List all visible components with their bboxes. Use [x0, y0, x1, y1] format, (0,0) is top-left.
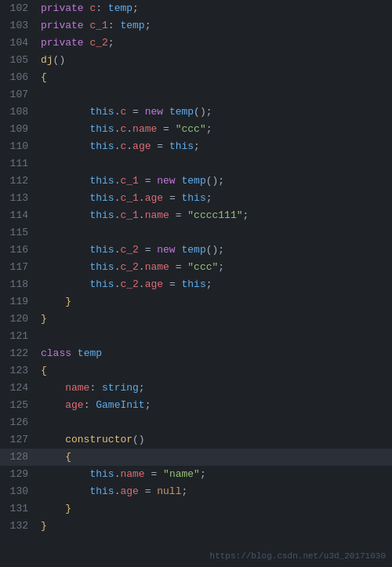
line-content-110: this.c.age = this;: [38, 138, 392, 155]
line-content-109: this.c.name = "ccc";: [38, 121, 392, 138]
code-line-103: 103 private c_1: temp;: [0, 17, 392, 35]
line-content-102: private c: temp;: [38, 0, 392, 17]
code-line-126: 126: [0, 414, 392, 431]
line-content-117: this.c_2.name = "ccc";: [38, 259, 392, 276]
code-line-120: 120 }: [0, 311, 392, 328]
line-content-103: private c_1: temp;: [38, 17, 392, 35]
code-line-108: 108 this.c = new temp();: [0, 104, 392, 121]
line-content-114: this.c_1.name = "cccc111";: [38, 207, 392, 224]
line-num-108: 108: [0, 104, 38, 121]
line-num-115: 115: [0, 224, 38, 242]
line-num-110: 110: [0, 138, 38, 155]
line-num-109: 109: [0, 121, 38, 138]
line-content-111: [38, 155, 392, 173]
code-line-127: 127 constructor(): [0, 431, 392, 449]
code-line-128: 128 {: [0, 449, 392, 466]
line-num-112: 112: [0, 173, 38, 190]
line-content-127: constructor(): [38, 431, 392, 449]
code-line-118: 118 this.c_2.age = this;: [0, 276, 392, 293]
line-num-113: 113: [0, 190, 38, 207]
line-content-131: }: [38, 500, 392, 518]
line-content-122: class temp: [38, 345, 392, 362]
code-line-111: 111: [0, 155, 392, 173]
code-editor: 102 private c: temp; 103 private c_1: te…: [0, 0, 392, 567]
code-line-130: 130 this.age = null;: [0, 483, 392, 500]
line-num-132: 132: [0, 518, 38, 535]
watermark: https://blog.csdn.net/u3d_20171030: [210, 551, 386, 561]
line-content-106: {: [38, 69, 392, 86]
code-line-132: 132 }: [0, 518, 392, 535]
line-content-129: this.name = "name";: [38, 466, 392, 483]
code-line-125: 125 age: GameInit;: [0, 397, 392, 414]
line-content-107: [38, 86, 392, 104]
line-num-131: 131: [0, 500, 38, 518]
code-line-122: 122 class temp: [0, 345, 392, 362]
line-num-125: 125: [0, 397, 38, 414]
line-num-129: 129: [0, 466, 38, 483]
code-line-109: 109 this.c.name = "ccc";: [0, 121, 392, 138]
code-line-119: 119 }: [0, 293, 392, 311]
line-num-119: 119: [0, 293, 38, 311]
line-content-124: name: string;: [38, 380, 392, 397]
line-content-115: [38, 224, 392, 242]
line-content-126: [38, 414, 392, 431]
line-num-121: 121: [0, 328, 38, 345]
code-line-121: 121: [0, 328, 392, 345]
line-content-112: this.c_1 = new temp();: [38, 173, 392, 190]
line-num-107: 107: [0, 86, 38, 104]
code-line-115: 115: [0, 224, 392, 242]
line-num-127: 127: [0, 431, 38, 449]
line-content-118: this.c_2.age = this;: [38, 276, 392, 293]
line-num-122: 122: [0, 345, 38, 362]
line-content-130: this.age = null;: [38, 483, 392, 500]
code-line-117: 117 this.c_2.name = "ccc";: [0, 259, 392, 276]
code-line-123: 123 {: [0, 362, 392, 380]
code-line-112: 112 this.c_1 = new temp();: [0, 173, 392, 190]
line-content-132: }: [38, 518, 392, 535]
code-line-113: 113 this.c_1.age = this;: [0, 190, 392, 207]
line-content-123: {: [38, 362, 392, 380]
line-num-103: 103: [0, 17, 38, 35]
code-line-116: 116 this.c_2 = new temp();: [0, 242, 392, 259]
code-line-102: 102 private c: temp;: [0, 0, 392, 17]
line-num-106: 106: [0, 69, 38, 86]
line-content-128: {: [38, 449, 392, 466]
line-num-118: 118: [0, 276, 38, 293]
line-num-105: 105: [0, 52, 38, 69]
line-num-124: 124: [0, 380, 38, 397]
code-line-114: 114 this.c_1.name = "cccc111";: [0, 207, 392, 224]
code-line-107: 107: [0, 86, 392, 104]
code-line-104: 104 private c_2;: [0, 35, 392, 52]
code-line-105: 105 dj(): [0, 52, 392, 69]
line-content-116: this.c_2 = new temp();: [38, 242, 392, 259]
line-num-123: 123: [0, 362, 38, 380]
line-num-126: 126: [0, 414, 38, 431]
code-line-124: 124 name: string;: [0, 380, 392, 397]
line-content-105: dj(): [38, 52, 392, 69]
line-num-120: 120: [0, 311, 38, 328]
line-content-104: private c_2;: [38, 35, 392, 52]
code-line-131: 131 }: [0, 500, 392, 518]
line-content-113: this.c_1.age = this;: [38, 190, 392, 207]
line-num-128: 128: [0, 449, 38, 466]
line-num-104: 104: [0, 35, 38, 52]
line-content-119: }: [38, 293, 392, 311]
line-num-111: 111: [0, 155, 38, 173]
line-num-114: 114: [0, 207, 38, 224]
code-line-129: 129 this.name = "name";: [0, 466, 392, 483]
line-content-121: [38, 328, 392, 345]
code-line-106: 106 {: [0, 69, 392, 86]
line-content-108: this.c = new temp();: [38, 104, 392, 121]
code-line-110: 110 this.c.age = this;: [0, 138, 392, 155]
line-content-120: }: [38, 311, 392, 328]
line-num-116: 116: [0, 242, 38, 259]
line-num-130: 130: [0, 483, 38, 500]
line-num-117: 117: [0, 259, 38, 276]
line-num-102: 102: [0, 0, 38, 17]
line-content-125: age: GameInit;: [38, 397, 392, 414]
